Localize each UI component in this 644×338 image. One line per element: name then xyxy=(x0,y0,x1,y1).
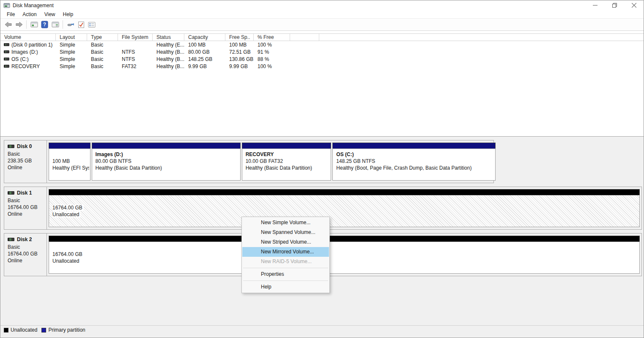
restore-button[interactable] xyxy=(605,0,624,10)
context-menu-item-new-striped-volume[interactable]: New Striped Volume... xyxy=(242,237,329,247)
partition-box[interactable]: OS (C:)148.25 GB NTFSHealthy (Boot, Page… xyxy=(332,148,496,181)
volume-cell-percent_free: 100 % xyxy=(254,63,290,69)
legend-swatch xyxy=(41,328,46,333)
partition-status-label: Healthy (EFI System P xyxy=(52,165,89,171)
menu-item-action[interactable]: Action xyxy=(19,11,40,18)
partition-unallocated[interactable]: 16764.00 GBUnallocated xyxy=(49,236,640,274)
context-menu-separator xyxy=(243,268,328,268)
volume-row[interactable]: (Disk 0 partition 1)SimpleBasicHealthy (… xyxy=(0,41,644,48)
column-header[interactable]: File System xyxy=(118,34,153,41)
context-menu-item-new-spanned-volume[interactable]: New Spanned Volume... xyxy=(242,228,329,237)
window-controls xyxy=(585,0,644,10)
partition-box[interactable]: 100 MBHealthy (EFI System P xyxy=(49,148,90,181)
partition-status-label-text: Healthy (Boot, Page File, Crash Dump, Ba… xyxy=(336,165,471,171)
context-menu-item-new-mirrored-volume[interactable]: New Mirrored Volume... xyxy=(242,247,329,257)
partition-size-label: 10.00 GB FAT32 xyxy=(246,158,330,165)
partition-status-label-text: Healthy (Basic Data Partition) xyxy=(246,165,312,171)
partition-size-label-text: 16764.00 GB xyxy=(52,251,82,257)
volume-cell-name: OS (C:) xyxy=(0,56,56,62)
partition-healthy-boot-page-file-crash-dump-basic-data-partition-[interactable]: OS (C:)148.25 GB NTFSHealthy (Boot, Page… xyxy=(332,143,496,181)
partition-color-bar xyxy=(92,143,241,148)
partition-name-label: Images (D:) xyxy=(96,151,239,158)
disk-header-0[interactable]: Disk 0Basic238.35 GBOnline xyxy=(4,140,47,183)
legend-label: Primary partition xyxy=(48,327,85,333)
partition-strip: 16764.00 GBUnallocated xyxy=(47,234,641,276)
volume-cell-type: Basic xyxy=(87,63,118,69)
partition-box[interactable]: 16764.00 GBUnallocated xyxy=(49,242,640,274)
partition-box[interactable]: Images (D:)80.00 GB NTFSHealthy (Basic D… xyxy=(92,148,241,181)
context-menu-separator xyxy=(243,280,328,281)
partition-color-bar xyxy=(49,236,640,242)
volume-cell-layout: Simple xyxy=(56,63,87,69)
partition-healthy-basic-data-partition-[interactable]: Images (D:)80.00 GB NTFSHealthy (Basic D… xyxy=(92,143,241,181)
menu-item-help[interactable]: Help xyxy=(59,11,77,18)
volume-cell-free_space: 9.99 GB xyxy=(225,63,254,69)
volume-cell-capacity: 148.25 GB xyxy=(184,56,225,62)
column-header[interactable]: Layout xyxy=(56,34,87,41)
partition-status-label: Unallocated xyxy=(52,211,639,218)
forward-icon[interactable] xyxy=(14,20,24,29)
partition-name-label xyxy=(52,198,639,204)
volume-name-label: Images (D:) xyxy=(11,49,38,55)
context-menu-item-help[interactable]: Help xyxy=(242,282,329,292)
partition-healthy-efi-system-p[interactable]: 100 MBHealthy (EFI System P xyxy=(49,143,90,181)
volume-cell-file_system: NTFS xyxy=(118,56,153,62)
menu-item-file[interactable]: File xyxy=(3,11,19,18)
disk-type-label: Basic xyxy=(8,244,45,250)
legend-item-unallocated: Unallocated xyxy=(4,327,37,333)
disk-name-label: Disk 1 xyxy=(17,190,32,196)
partition-name-label-text: Images (D:) xyxy=(96,151,123,157)
disk-icon xyxy=(8,191,14,195)
column-header[interactable]: Capacity xyxy=(184,34,225,41)
volume-row[interactable]: Images (D:)SimpleBasicNTFSHealthy (B...8… xyxy=(0,48,644,55)
show-action-pane-icon[interactable] xyxy=(50,20,60,29)
partition-size-label-text: 148.25 GB NTFS xyxy=(336,158,375,164)
column-header[interactable]: % Free xyxy=(254,34,290,41)
minimize-button[interactable] xyxy=(585,0,605,10)
check-disk-icon[interactable] xyxy=(76,20,86,29)
partition-healthy-basic-data-partition-[interactable]: RECOVERY10.00 GB FAT32Healthy (Basic Dat… xyxy=(242,143,332,181)
wand-icon[interactable] xyxy=(66,20,75,29)
context-menu-item-properties[interactable]: Properties xyxy=(242,269,329,279)
volume-cell-layout: Simple xyxy=(56,56,87,62)
partition-color-bar xyxy=(242,143,332,148)
disk-size-label: 16764.00 GB xyxy=(8,204,45,211)
partition-size-label: 16764.00 GB xyxy=(52,204,639,211)
show-console-tree-icon[interactable] xyxy=(29,20,39,29)
volume-icon xyxy=(4,58,9,60)
partition-box[interactable]: RECOVERY10.00 GB FAT32Healthy (Basic Dat… xyxy=(242,148,332,181)
volume-cell-name: RECOVERY xyxy=(0,63,56,69)
column-header[interactable]: Type xyxy=(87,34,118,41)
partition-size-label-text: 100 MB xyxy=(52,158,70,164)
back-icon[interactable] xyxy=(3,20,13,29)
menu-item-view[interactable]: View xyxy=(41,11,59,18)
volume-cell-percent_free: 91 % xyxy=(254,49,290,55)
partition-unallocated[interactable]: 16764.00 GBUnallocated xyxy=(49,189,640,227)
disk-header-2[interactable]: Disk 2Basic16764.00 GBOnline xyxy=(4,234,47,276)
context-menu-item-new-simple-volume[interactable]: New Simple Volume... xyxy=(242,218,329,228)
disk-header-1[interactable]: Disk 1Basic16764.00 GBOnline xyxy=(4,187,47,229)
close-button[interactable] xyxy=(624,0,644,10)
partition-box[interactable]: 16764.00 GBUnallocated xyxy=(49,195,640,227)
context-menu-item-new-raid-5-volume: New RAID-5 Volume... xyxy=(242,257,329,267)
properties-pane-icon[interactable] xyxy=(87,20,96,29)
volume-list-header: VolumeLayoutTypeFile SystemStatusCapacit… xyxy=(0,33,644,41)
partition-name-label: RECOVERY xyxy=(246,151,330,158)
volume-cell-status: Healthy (E... xyxy=(153,42,184,48)
column-header[interactable]: Status xyxy=(153,34,184,41)
column-header[interactable]: Free Sp.. xyxy=(225,34,254,41)
legend-item-primary-partition: Primary partition xyxy=(41,327,85,333)
help-icon[interactable]: ? xyxy=(40,20,49,29)
column-header[interactable]: Volume xyxy=(0,34,56,41)
partition-status-label: Healthy (Basic Data Partition) xyxy=(96,165,239,171)
partition-status-label: Healthy (Boot, Page File, Crash Dump, Ba… xyxy=(336,165,494,171)
volume-row[interactable]: RECOVERYSimpleBasicFAT32Healthy (B...9.9… xyxy=(0,63,644,70)
disk-status-label: Online xyxy=(8,211,45,217)
partition-status-label-text: Unallocated xyxy=(52,212,80,217)
toolbar-separator xyxy=(26,20,27,29)
volume-cell-free_space: 130.86 GB xyxy=(225,56,254,62)
volume-cell-layout: Simple xyxy=(56,42,87,48)
partition-status-label-text: Healthy (EFI System P xyxy=(52,165,89,171)
volume-icon xyxy=(4,43,9,46)
volume-row[interactable]: OS (C:)SimpleBasicNTFSHealthy (B...148.2… xyxy=(0,55,644,63)
